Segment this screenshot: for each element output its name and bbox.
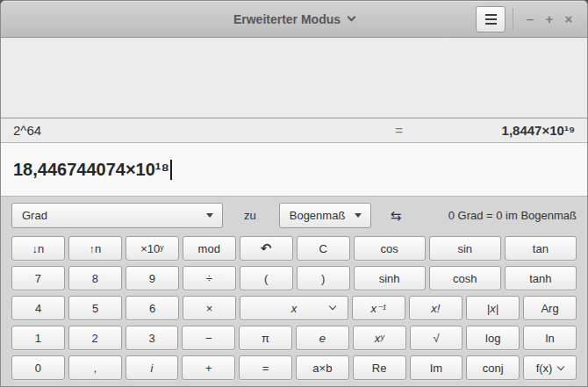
modulus-button[interactable]: mod [183, 236, 236, 261]
minimize-button[interactable]: – [520, 8, 540, 31]
history-panel [1, 38, 587, 118]
ln-button[interactable]: ln [523, 326, 577, 350]
digit-3-button[interactable]: 3 [125, 326, 179, 350]
function-dropdown-button[interactable]: f(x) [523, 355, 577, 380]
conjugate-button[interactable]: conj [466, 355, 520, 380]
to-unit-dropdown[interactable]: Bogenmaß [279, 203, 371, 228]
history-entry[interactable]: 2^64 = 1,8447×10¹⁹ [1, 118, 587, 143]
variable-dropdown-button[interactable]: x [240, 296, 348, 320]
titlebar-separator [513, 8, 513, 31]
window-title: Erweiterter Modus [233, 12, 341, 26]
dropdown-arrow-icon [355, 213, 362, 218]
keypad-row: 7 8 9 ÷ ( ) sinh cosh tanh [11, 266, 577, 290]
digit-4-button[interactable]: 4 [11, 296, 65, 320]
cos-button[interactable]: cos [354, 236, 426, 261]
pi-button[interactable]: π [239, 326, 292, 350]
undo-icon[interactable]: ↶ [240, 236, 293, 261]
to-unit-value: Bogenmaß [290, 209, 346, 222]
cosh-button[interactable]: cosh [429, 266, 501, 290]
superscript-button[interactable]: ↑n [68, 236, 122, 261]
history-equals: = [395, 123, 403, 138]
factorial-button[interactable]: x! [409, 296, 463, 320]
clear-button[interactable]: C [297, 236, 350, 261]
entry-value: 18,446744074×10¹⁸ [13, 160, 169, 180]
close-paren-button[interactable]: ) [297, 266, 350, 290]
scientific-notation-button[interactable]: a×b [296, 355, 349, 380]
sin-button[interactable]: sin [429, 236, 501, 261]
conversion-result-text: 0 Grad = 0 im Bogenmaß [403, 209, 577, 222]
digit-5-button[interactable]: 5 [68, 296, 122, 320]
imaginary-part-button[interactable]: Im [410, 355, 463, 380]
digit-8-button[interactable]: 8 [68, 266, 122, 290]
sinh-button[interactable]: sinh [354, 266, 426, 290]
titlebar: Erweiterter Modus – + × [1, 1, 587, 38]
subscript-button[interactable]: ↓n [11, 236, 65, 261]
digit-9-button[interactable]: 9 [125, 266, 179, 290]
conversion-bar: Grad zu Bogenmaß ⇆ 0 Grad = 0 im Bogenma… [11, 203, 577, 228]
log-button[interactable]: log [466, 326, 520, 350]
variable-label: x [291, 302, 298, 315]
history-result: 1,8447×10¹⁹ [403, 123, 575, 138]
chevron-down-icon [348, 13, 356, 22]
keypad-row: 4 5 6 × x x⁻¹ x! |x| Arg [11, 296, 577, 320]
divide-button[interactable]: ÷ [183, 266, 236, 290]
tanh-button[interactable]: tanh [505, 266, 577, 290]
keypad-row: 1 2 3 − π e xʸ √ log ln [11, 326, 577, 350]
calculator-window: Erweiterter Modus – + × 2^64 = 1,8447×10… [0, 0, 588, 387]
display-entry[interactable]: 18,446744074×10¹⁸ [1, 143, 587, 196]
from-unit-dropdown[interactable]: Grad [11, 203, 223, 228]
history-expression: 2^64 [13, 123, 395, 138]
keypad-row: 0 , i + = a×b Re Im conj f(x) [11, 355, 577, 380]
maximize-button[interactable]: + [540, 8, 559, 31]
open-paren-button[interactable]: ( [240, 266, 293, 290]
swap-units-icon[interactable]: ⇆ [389, 208, 404, 224]
add-button[interactable]: + [182, 355, 235, 380]
dropdown-arrow-icon [206, 213, 213, 218]
decimal-separator-button[interactable]: , [68, 355, 122, 380]
conversion-connector-label: zu [244, 209, 256, 222]
function-label: f(x) [536, 362, 553, 375]
inverse-button[interactable]: x⁻¹ [352, 296, 405, 320]
keypad-row: ↓n ↑n ×10ʸ mod ↶ C cos sin tan [11, 236, 577, 261]
tan-button[interactable]: tan [505, 236, 577, 261]
exponent-button[interactable]: ×10ʸ [125, 236, 179, 261]
real-part-button[interactable]: Re [353, 355, 406, 380]
digit-2-button[interactable]: 2 [68, 326, 122, 350]
power-button[interactable]: xʸ [353, 326, 406, 350]
equals-button[interactable]: = [239, 355, 292, 380]
hamburger-icon [485, 14, 497, 16]
imaginary-unit-button[interactable]: i [125, 355, 179, 380]
text-cursor [170, 160, 172, 180]
absolute-value-button[interactable]: |x| [466, 296, 520, 320]
multiply-button[interactable]: × [183, 296, 236, 320]
digit-1-button[interactable]: 1 [11, 326, 65, 350]
keypad-panel: Grad zu Bogenmaß ⇆ 0 Grad = 0 im Bogenma… [1, 196, 587, 386]
chevron-down-icon [557, 362, 564, 369]
digit-0-button[interactable]: 0 [11, 355, 65, 380]
sqrt-button[interactable]: √ [410, 326, 463, 350]
subtract-button[interactable]: − [182, 326, 235, 350]
digit-6-button[interactable]: 6 [125, 296, 179, 320]
chevron-down-icon [329, 303, 336, 310]
euler-button[interactable]: e [296, 326, 349, 350]
from-unit-value: Grad [22, 209, 47, 222]
digit-7-button[interactable]: 7 [11, 266, 65, 290]
close-button[interactable]: × [559, 8, 578, 31]
menu-button[interactable] [476, 6, 506, 32]
argument-button[interactable]: Arg [523, 296, 577, 320]
